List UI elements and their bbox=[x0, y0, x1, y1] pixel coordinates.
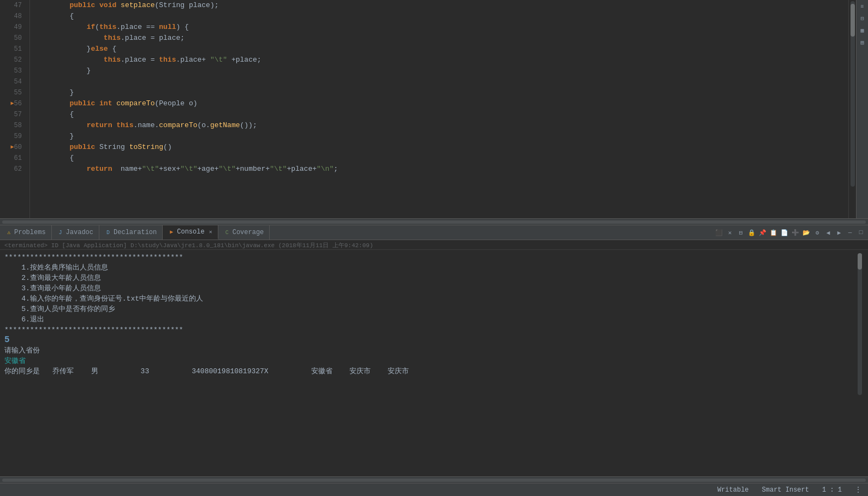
code-line-52: this.place = this.place+ "\t" +place; bbox=[35, 55, 848, 65]
tab-icon-coverage: C bbox=[224, 229, 230, 236]
line-number-53: 53 bbox=[0, 65, 25, 76]
code-line-48: { bbox=[35, 11, 848, 22]
line-number-50: 50 bbox=[0, 33, 25, 44]
code-line-49: if(this.place == null) { bbox=[35, 22, 848, 33]
line-number-61: 61 bbox=[0, 153, 25, 164]
copy-icon[interactable]: 📋 bbox=[769, 228, 778, 237]
editor-vertical-scrollbar[interactable] bbox=[848, 0, 856, 218]
minimize-icon[interactable]: — bbox=[845, 228, 855, 237]
hscroll-track[interactable] bbox=[2, 220, 866, 224]
forward-icon[interactable]: ▶ bbox=[834, 228, 844, 237]
line-number-58: 58 bbox=[0, 120, 25, 131]
line-number-47: 47 bbox=[0, 0, 25, 11]
tab-declaration[interactable]: DDeclaration bbox=[99, 225, 163, 240]
tab-label-declaration: Declaration bbox=[114, 229, 157, 236]
status-writable: Writable bbox=[717, 486, 749, 494]
status-settings[interactable]: ⋮ bbox=[855, 486, 861, 494]
code-line-56: public int compareTo(People o) bbox=[35, 98, 848, 109]
settings-icon[interactable]: ⋮ bbox=[855, 486, 861, 494]
tab-problems[interactable]: ⚠Problems bbox=[0, 225, 52, 240]
code-line-47: public void setplace(String place); bbox=[35, 0, 848, 11]
open-icon[interactable]: 📂 bbox=[801, 228, 811, 237]
paste-icon[interactable]: 📄 bbox=[780, 228, 789, 237]
console-text[interactable]: ****************************************… bbox=[4, 252, 856, 474]
maximize-icon[interactable]: □ bbox=[856, 228, 866, 237]
console-scrollbar-track[interactable] bbox=[858, 253, 862, 395]
code-line-51: }else { bbox=[35, 44, 848, 55]
right-icon-panel: ≡ ⊟ ▦ ▤ bbox=[856, 0, 868, 218]
tab-icon-console: ▶ bbox=[168, 229, 175, 235]
tab-icon-javadoc: J bbox=[57, 229, 64, 236]
line-numbers: 474849505152535455▶56575859▶606162 bbox=[0, 0, 30, 218]
insert-mode-label: Smart Insert bbox=[762, 486, 809, 494]
code-line-53: } bbox=[35, 65, 848, 76]
console-line: 你的同乡是 乔传军 男 33 34080019810819327X 安徽省 安庆… bbox=[4, 366, 856, 377]
console-line: ****************************************… bbox=[4, 325, 856, 335]
code-content[interactable]: public void setplace(String place); { if… bbox=[30, 0, 848, 218]
line-number-54: 54 bbox=[0, 76, 25, 87]
tab-close-console[interactable]: ✕ bbox=[209, 229, 212, 235]
panel-icon-1[interactable]: ≡ bbox=[858, 2, 867, 11]
console-horizontal-scrollbar[interactable] bbox=[0, 476, 868, 483]
console-scrollbar-thumb[interactable] bbox=[858, 253, 862, 270]
console-line: 2.查询最大年龄人员信息 bbox=[4, 273, 856, 283]
console-line: 1.按姓名典序输出人员信息 bbox=[4, 262, 856, 273]
code-line-61: { bbox=[35, 153, 848, 164]
tab-label-coverage: Coverage bbox=[233, 229, 264, 236]
line-number-51: 51 bbox=[0, 44, 25, 55]
console-line: ****************************************… bbox=[4, 252, 856, 262]
new-console-icon[interactable]: ➕ bbox=[790, 228, 800, 237]
console-body: ****************************************… bbox=[0, 250, 868, 476]
scrollbar-thumb[interactable] bbox=[851, 4, 855, 37]
code-line-58: return this.name.compareTo(o.getName()); bbox=[35, 120, 848, 131]
close-console-icon[interactable]: ✕ bbox=[725, 228, 735, 237]
code-line-59: } bbox=[35, 131, 848, 142]
panel-icon-4[interactable]: ▤ bbox=[858, 38, 867, 47]
console-vertical-scrollbar[interactable] bbox=[856, 252, 864, 474]
tab-bar: ⚠ProblemsJJavadocDDeclaration▶Console✕CC… bbox=[0, 225, 868, 240]
console-hscroll-track[interactable] bbox=[2, 479, 866, 482]
line-number-57: 57 bbox=[0, 109, 25, 120]
console-line: 5 bbox=[4, 335, 856, 345]
clear-icon[interactable]: ⊟ bbox=[736, 228, 746, 237]
line-number-59: 59 bbox=[0, 131, 25, 142]
tab-icon-problems: ⚠ bbox=[5, 229, 12, 236]
code-line-50: this.place = place; bbox=[35, 33, 848, 44]
code-line-57: { bbox=[35, 109, 848, 120]
position-label: 1 : 1 bbox=[822, 486, 842, 494]
line-number-60: ▶60 bbox=[0, 142, 25, 153]
line-number-55: 55 bbox=[0, 87, 25, 98]
tab-javadoc[interactable]: JJavadoc bbox=[52, 225, 99, 240]
status-bar: Writable Smart Insert 1 : 1 ⋮ bbox=[0, 483, 868, 496]
editor-horizontal-scrollbar[interactable] bbox=[0, 218, 868, 225]
code-editor: 474849505152535455▶56575859▶606162 publi… bbox=[0, 0, 868, 218]
panel-icon-3[interactable]: ▦ bbox=[858, 26, 867, 35]
line-number-56: ▶56 bbox=[0, 98, 25, 109]
tab-label-console: Console bbox=[177, 228, 204, 236]
line-number-49: 49 bbox=[0, 22, 25, 33]
back-icon[interactable]: ◀ bbox=[823, 228, 833, 237]
line-number-52: 52 bbox=[0, 55, 25, 65]
tab-label-javadoc: Javadoc bbox=[66, 229, 93, 236]
line-number-48: 48 bbox=[0, 11, 25, 22]
tab-icon-declaration: D bbox=[105, 229, 111, 236]
writable-label: Writable bbox=[717, 486, 749, 494]
panel-icon-2[interactable]: ⊟ bbox=[858, 14, 867, 23]
scroll-lock-icon[interactable]: 🔒 bbox=[747, 228, 757, 237]
code-line-60: public String toString() bbox=[35, 142, 848, 153]
pin-icon[interactable]: 📌 bbox=[758, 228, 768, 237]
code-line-54 bbox=[35, 76, 848, 87]
tab-console[interactable]: ▶Console✕ bbox=[163, 225, 218, 240]
stop-icon[interactable]: ⬛ bbox=[714, 228, 724, 237]
scrollbar-track[interactable] bbox=[851, 1, 855, 187]
console-line: 请输入省份 bbox=[4, 345, 856, 356]
tab-coverage[interactable]: CCoverage bbox=[218, 225, 270, 240]
console-line: 6.退出 bbox=[4, 314, 856, 325]
properties-icon[interactable]: ⚙ bbox=[812, 228, 822, 237]
console-line: 5.查询人员中是否有你的同乡 bbox=[4, 304, 856, 314]
code-line-62: return name+"\t"+sex+"\t"+age+"\t"+numbe… bbox=[35, 164, 848, 175]
console-header: <terminated> ID [Java Application] D:\st… bbox=[0, 240, 868, 250]
line-number-62: 62 bbox=[0, 164, 25, 175]
tab-label-problems: Problems bbox=[14, 229, 46, 236]
console-line: 安徽省 bbox=[4, 356, 856, 366]
